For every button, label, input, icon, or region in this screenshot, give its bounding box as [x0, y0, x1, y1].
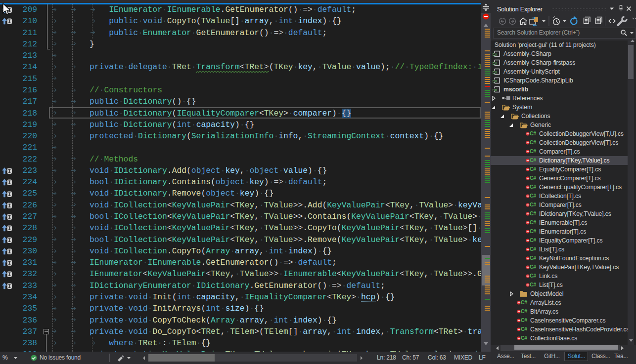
svg-text:C#: C#: [493, 61, 497, 66]
svg-text:C#: C#: [493, 88, 497, 92]
svg-text:C#: C#: [493, 52, 497, 57]
svg-text:C#: C#: [493, 79, 497, 83]
svg-text:C#: C#: [493, 70, 497, 75]
